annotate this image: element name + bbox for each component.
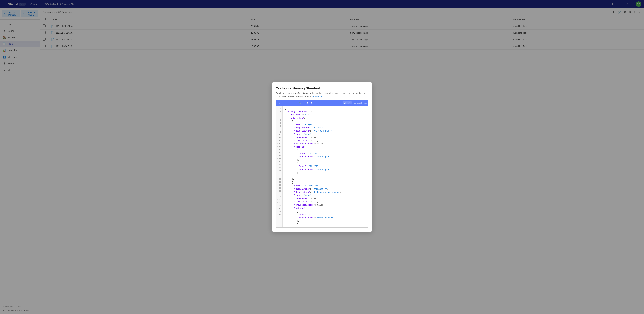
code-line: "name": "222222",	[284, 165, 366, 168]
code-line: "name": "Project",	[284, 123, 366, 126]
code-line: "displayName": "Originator",	[284, 188, 366, 191]
code-line: "isRequired": true,	[284, 136, 366, 139]
line-number: ▼33	[276, 202, 282, 204]
line-number: ▼5	[276, 119, 282, 122]
line-number: ▼22	[276, 169, 282, 172]
code-line: {	[284, 120, 366, 123]
editor-mode-label: Code	[344, 102, 349, 104]
fold-arrow[interactable]: ▼	[278, 199, 278, 201]
fold-arrow[interactable]: ▼	[278, 110, 280, 112]
line-number: ▼31	[276, 196, 282, 198]
code-line: {	[284, 181, 366, 184]
modal-description: Configure project specific options for f…	[276, 92, 368, 98]
fold-arrow[interactable]: ▼	[278, 158, 278, 160]
fold-arrow[interactable]: ▼	[278, 143, 278, 145]
line-number: ▼17	[276, 154, 282, 157]
modal-header: Configure Naming Standard Configure proj…	[272, 82, 372, 100]
code-line: "name": "111111",	[284, 152, 366, 155]
code-line: },	[284, 158, 366, 162]
code-line: {	[284, 107, 366, 110]
toolbar-align-left-icon[interactable]: ≡	[277, 101, 281, 105]
toolbar-filter-icon[interactable]: ⊤	[294, 101, 298, 105]
code-line: "isRequired": true,	[284, 197, 366, 200]
code-line: "delimiter": "-",	[284, 114, 366, 116]
fold-arrow[interactable]: ▼	[278, 146, 278, 148]
editor-body[interactable]: ▼1▼2▼3▼4▼5▼6▼7▼8▼9▼10▼11▼12▼13▼14▼15▼16▼…	[276, 106, 368, 228]
code-line: "isMultiple": false,	[284, 139, 366, 142]
line-number: ▼10	[276, 134, 282, 136]
line-number: ▼8	[276, 128, 282, 131]
code-line: "description": "Package A"	[284, 155, 366, 158]
code-line: "type": "enum",	[284, 194, 366, 197]
code-line: },	[284, 220, 366, 223]
line-number: ▼30	[276, 192, 282, 196]
code-line: }	[284, 172, 366, 174]
code-line: "type": "enum",	[284, 133, 366, 136]
toolbar-wrench-icon[interactable]: 🔧	[298, 101, 302, 105]
line-number: ▼28	[276, 187, 282, 190]
editor-mode-selector[interactable]: Code ▾	[343, 102, 352, 104]
line-number: ▼26	[276, 181, 282, 184]
code-line: {	[284, 210, 366, 213]
line-number: ▼7	[276, 125, 282, 128]
toolbar-fold-icon[interactable]: ⇆	[286, 101, 291, 105]
code-editor: ≡ ≣ ⇆ ⊤ 🔧 ↺ ↻ Code ▾ powered by ace ▼1▼2…	[276, 100, 368, 228]
code-line: "description": "Stakeholder reference",	[284, 191, 366, 194]
fold-arrow[interactable]: ▼	[278, 175, 278, 178]
line-number: ▼19	[276, 160, 282, 163]
learn-more-link[interactable]: Learn more	[312, 95, 323, 98]
code-line: "showDescription": false,	[284, 142, 366, 146]
line-number: ▼23	[276, 172, 282, 175]
toolbar-separator	[292, 102, 292, 104]
line-number: ▼34	[276, 204, 282, 208]
line-number: ▼37	[276, 213, 282, 216]
code-line: "isMultiple": false,	[284, 200, 366, 204]
chevron-down-icon: ▾	[349, 102, 350, 104]
code-line: "options": [	[284, 207, 366, 210]
code-line: {	[284, 162, 366, 165]
fold-arrow[interactable]: ▼	[278, 116, 280, 118]
code-content[interactable]: { "namingConvention": { "delimiter": "-"…	[282, 106, 368, 228]
line-number: ▼20	[276, 163, 282, 166]
toolbar-separator2	[304, 102, 304, 104]
code-line: {	[284, 223, 366, 226]
line-number: ▼36	[276, 210, 282, 213]
code-line: "attributes": [	[284, 117, 366, 120]
modal-overlay[interactable]: Configure Naming Standard Configure proj…	[0, 0, 644, 314]
code-line: "namingConvention": {	[284, 110, 366, 114]
line-number: ▼16	[276, 151, 282, 154]
code-line: "options": [	[284, 146, 366, 149]
code-line: "description": "Walt Disney"	[284, 216, 366, 220]
code-line: "description": "Package B"	[284, 168, 366, 172]
line-number: ▼4	[276, 116, 282, 119]
line-number: ▼35	[276, 207, 282, 210]
line-number: ▼32	[276, 198, 282, 202]
toolbar-align-center-icon[interactable]: ≣	[282, 101, 286, 105]
fold-arrow[interactable]: ▼	[278, 202, 278, 204]
line-number: ▼29	[276, 190, 282, 193]
line-number: ▼11	[276, 136, 282, 140]
toolbar-undo-icon[interactable]: ↺	[305, 101, 309, 105]
line-number: ▼21	[276, 166, 282, 169]
line-numbers: ▼1▼2▼3▼4▼5▼6▼7▼8▼9▼10▼11▼12▼13▼14▼15▼16▼…	[276, 106, 282, 228]
line-number: ▼6	[276, 122, 282, 125]
code-line: },	[284, 178, 366, 181]
line-number: ▼1	[276, 107, 282, 110]
line-number: ▼27	[276, 184, 282, 187]
line-number: ▼14	[276, 146, 282, 148]
powered-by-label: powered by ace	[354, 102, 367, 104]
line-number: ▼18	[276, 157, 282, 160]
code-line: "displayName": "Project",	[284, 126, 366, 130]
toolbar-redo-icon[interactable]: ↻	[310, 101, 314, 105]
configure-naming-modal: Configure Naming Standard Configure proj…	[272, 82, 372, 232]
code-line: "description": "Project number",	[284, 130, 366, 133]
code-line: ]	[284, 174, 366, 178]
modal-title: Configure Naming Standard	[276, 86, 368, 90]
code-line: {	[284, 149, 366, 152]
code-line: "name": "Originator",	[284, 184, 366, 188]
fold-arrow[interactable]: ▼	[278, 119, 280, 122]
line-number: ▼25	[276, 178, 282, 181]
line-number: ▼12	[276, 140, 282, 142]
line-number: ▼24	[276, 175, 282, 178]
line-number: ▼3	[276, 113, 282, 116]
